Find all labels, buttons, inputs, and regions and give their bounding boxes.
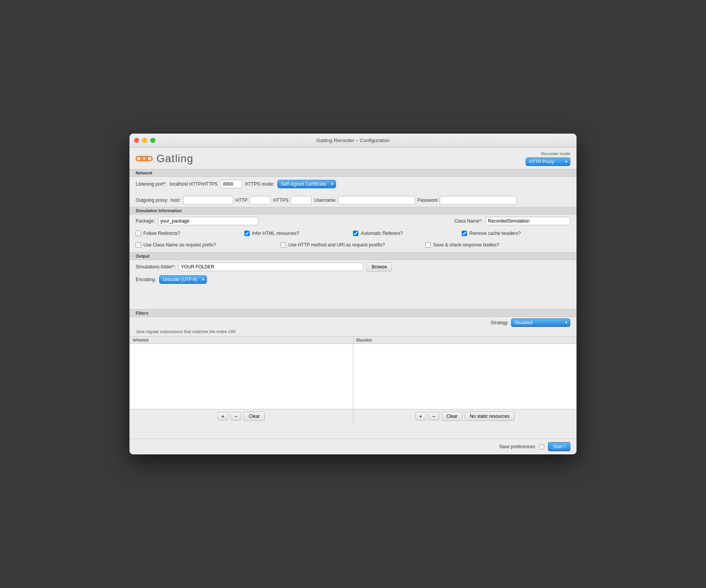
listening-port-row: Listening port*: localhost HTTP/HTTPS HT… — [136, 180, 570, 188]
whitelist-remove-button[interactable]: − — [230, 412, 241, 420]
strategy-select-wrapper[interactable]: Disabled Whitelist Blacklist Whitelist t… — [511, 318, 570, 327]
output-spacer — [129, 286, 577, 309]
recorder-mode-select[interactable]: HTTP Proxy HAR Converter — [526, 157, 570, 166]
strategy-label: Strategy — [491, 320, 508, 325]
filters-area: Strategy Disabled Whitelist Blacklist Wh… — [129, 317, 577, 423]
infer-html-label: Infer HTML resources? — [252, 231, 299, 236]
use-http-method-checkbox-row: Use HTTP method and URI as request postf… — [281, 242, 425, 248]
host-label: localhost HTTP/HTTPS — [170, 181, 218, 187]
content-area: Gatling Recorder mode HTTP Proxy HAR Con… — [129, 147, 577, 454]
remove-cache-label: Remove cache headers? — [469, 231, 521, 236]
blacklist-remove-button[interactable]: − — [429, 412, 439, 420]
checkboxes-row2: Use Class Name as request prefix? Use HT… — [129, 239, 577, 252]
remove-cache-checkbox-row: Remove cache headers? — [462, 231, 570, 236]
save-check-checkbox-row: Save & check response bodies? — [425, 242, 570, 248]
use-class-name-checkbox-row: Use Class Name as request prefix? — [136, 242, 281, 248]
minimize-button[interactable] — [142, 138, 147, 143]
class-name-section: Class Name*: — [454, 217, 570, 225]
close-button[interactable] — [134, 138, 139, 143]
save-preferences-checkbox[interactable] — [539, 444, 544, 449]
recorder-mode-box: Recorder mode HTTP Proxy HAR Converter — [526, 151, 570, 166]
host-field-label: host: — [171, 198, 181, 203]
whitelist-body — [129, 344, 353, 409]
class-name-label: Class Name*: — [454, 218, 482, 224]
port-input[interactable] — [221, 180, 242, 188]
blacklist-pane: Blacklist + − Clear No static resources — [353, 337, 577, 423]
filters-description: Java regular expressions that matches th… — [129, 328, 577, 336]
password-label: Password — [417, 198, 438, 203]
listening-port-label: Listening port*: — [136, 181, 166, 187]
https-mode-label: HTTPS mode: — [245, 181, 274, 187]
encoding-select[interactable]: Unicode (UTF-8) UTF-16 ISO-8859-1 — [159, 275, 207, 284]
whitelist-add-button[interactable]: + — [217, 412, 228, 420]
svg-point-2 — [145, 156, 152, 161]
footer-row: Save preferences Start ! — [129, 439, 577, 454]
package-input[interactable] — [158, 217, 258, 225]
blacklist-clear-button[interactable]: Clear — [442, 412, 463, 421]
filters-section-header: Filters — [129, 309, 577, 317]
package-label: Package: — [136, 218, 155, 224]
strategy-select[interactable]: Disabled Whitelist Blacklist Whitelist t… — [511, 318, 570, 327]
remove-cache-checkbox[interactable] — [462, 231, 467, 236]
save-preferences-label: Save preferences — [499, 444, 535, 449]
maximize-button[interactable] — [150, 138, 155, 143]
recorder-mode-label: Recorder mode — [541, 151, 570, 156]
use-class-name-checkbox[interactable] — [136, 242, 141, 248]
output-section-header: Output — [129, 252, 577, 260]
class-name-input[interactable] — [486, 217, 570, 225]
simulations-folder-input[interactable] — [178, 263, 363, 271]
automatic-referers-checkbox[interactable] — [353, 231, 358, 236]
main-window: Gatling Recorder – Configuration Gatling… — [129, 134, 577, 454]
logo: Gatling — [136, 152, 193, 165]
encoding-select-wrapper[interactable]: Unicode (UTF-8) UTF-16 ISO-8859-1 — [159, 275, 207, 284]
blacklist-header: Blacklist — [353, 337, 577, 344]
outgoing-proxy-row: Outgoing proxy: host: HTTP HTTPS Usernam… — [129, 194, 577, 207]
https-proxy-label: HTTPS — [273, 198, 288, 203]
use-http-method-checkbox[interactable] — [281, 242, 286, 248]
checkboxes-row1: Follow Redirects? Infer HTML resources? … — [129, 228, 577, 239]
save-check-label: Save & check response bodies? — [433, 242, 499, 248]
username-label: Username — [314, 198, 335, 203]
http-port-input[interactable] — [250, 196, 271, 204]
use-class-name-label: Use Class Name as request prefix? — [143, 242, 216, 248]
follow-redirects-label: Follow Redirects? — [143, 231, 180, 236]
logo-text: Gatling — [156, 152, 193, 165]
whitelist-controls: + − Clear — [129, 409, 353, 423]
filters-strategy-row: Strategy Disabled Whitelist Blacklist Wh… — [129, 317, 577, 328]
http-proxy-label: HTTP — [235, 198, 247, 203]
network-section-body: Listening port*: localhost HTTP/HTTPS HT… — [129, 177, 577, 194]
whitelist-clear-button[interactable]: Clear — [244, 412, 265, 421]
save-check-checkbox[interactable] — [425, 242, 431, 248]
encoding-label: Encoding: — [136, 277, 156, 282]
simulation-section-header: Simulation Information — [129, 207, 577, 214]
automatic-referers-label: Automatic Referers? — [361, 231, 403, 236]
no-static-resources-button[interactable]: No static resources — [465, 412, 514, 421]
username-input[interactable] — [338, 196, 415, 204]
recorder-mode-select-wrapper[interactable]: HTTP Proxy HAR Converter — [526, 157, 570, 166]
follow-redirects-checkbox-row: Follow Redirects? — [136, 231, 244, 236]
browse-button[interactable]: Browse — [366, 262, 392, 271]
gatling-logo-icon — [136, 152, 153, 165]
use-http-method-label: Use HTTP method and URI as request postf… — [288, 242, 385, 248]
follow-redirects-checkbox[interactable] — [136, 231, 141, 236]
whitelist-header: Whitelist — [129, 337, 353, 344]
https-port-input[interactable] — [291, 196, 312, 204]
whitelist-pane: Whitelist + − Clear — [129, 337, 353, 423]
network-section-header: Network — [129, 169, 577, 177]
outgoing-proxy-label: Outgoing proxy: — [136, 198, 168, 203]
simulations-folder-label: Simulations folder*: — [136, 264, 175, 270]
sim-info-row: Package: Class Name*: — [129, 214, 577, 228]
blacklist-controls: + − Clear No static resources — [353, 409, 577, 423]
encoding-row: Encoding: Unicode (UTF-8) UTF-16 ISO-885… — [129, 274, 577, 286]
blacklist-add-button[interactable]: + — [415, 412, 426, 420]
proxy-host-input[interactable] — [183, 196, 233, 204]
password-input[interactable] — [440, 196, 517, 204]
blacklist-body — [353, 344, 577, 409]
window-title: Gatling Recorder – Configuration — [316, 137, 390, 143]
infer-html-checkbox[interactable] — [244, 231, 250, 236]
https-mode-select[interactable]: Self-signed Certificate Provided KeyStor… — [277, 180, 336, 188]
https-mode-select-wrapper[interactable]: Self-signed Certificate Provided KeyStor… — [277, 180, 336, 188]
start-button[interactable]: Start ! — [548, 442, 570, 451]
header-row: Gatling Recorder mode HTTP Proxy HAR Con… — [129, 147, 577, 169]
filters-spacer — [129, 423, 577, 439]
